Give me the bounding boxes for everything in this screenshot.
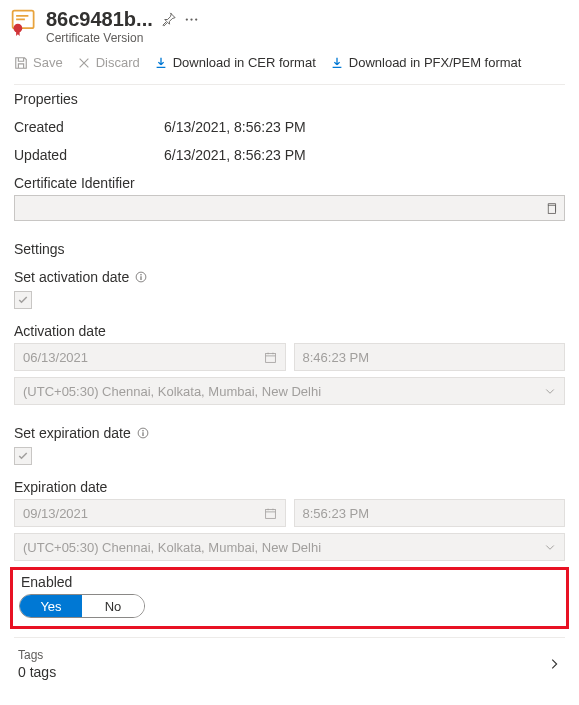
updated-value: 6/13/2021, 8:56:23 PM <box>164 147 306 163</box>
properties-heading: Properties <box>0 85 579 113</box>
copy-icon[interactable] <box>545 202 558 215</box>
settings-heading: Settings <box>0 235 579 263</box>
enabled-label: Enabled <box>19 574 560 594</box>
svg-point-16 <box>142 430 143 431</box>
expiration-toggle-label: Set expiration date <box>14 425 131 441</box>
more-icon[interactable] <box>184 12 199 27</box>
download-icon <box>330 56 344 70</box>
save-label: Save <box>33 55 63 70</box>
toolbar: Save Discard Download in CER format Down… <box>0 51 579 80</box>
enabled-no[interactable]: No <box>82 595 144 617</box>
discard-label: Discard <box>96 55 140 70</box>
chevron-down-icon <box>544 541 556 553</box>
calendar-icon <box>264 507 277 520</box>
tags-count: 0 tags <box>18 664 547 680</box>
expiration-tz-select: (UTC+05:30) Chennai, Kolkata, Mumbai, Ne… <box>14 533 565 561</box>
enabled-highlight: Enabled Yes No <box>10 567 569 629</box>
expiration-time-input: 8:56:23 PM <box>294 499 566 527</box>
activation-time-input: 8:46:23 PM <box>294 343 566 371</box>
chevron-down-icon <box>544 385 556 397</box>
expiration-tz-value: (UTC+05:30) Chennai, Kolkata, Mumbai, Ne… <box>23 540 321 555</box>
activation-date-label: Activation date <box>0 317 579 343</box>
svg-point-3 <box>14 24 23 33</box>
svg-rect-11 <box>265 353 275 362</box>
info-icon[interactable] <box>135 271 147 283</box>
download-cer-label: Download in CER format <box>173 55 316 70</box>
updated-label: Updated <box>14 147 164 163</box>
svg-rect-18 <box>265 509 275 518</box>
svg-point-4 <box>185 18 187 20</box>
enabled-toggle[interactable]: Yes No <box>19 594 145 618</box>
save-icon <box>14 56 28 70</box>
page-title: 86c9481b... <box>46 8 153 31</box>
activation-tz-select: (UTC+05:30) Chennai, Kolkata, Mumbai, Ne… <box>14 377 565 405</box>
cert-id-label: Certificate Identifier <box>0 169 579 195</box>
svg-point-6 <box>195 18 197 20</box>
download-pfx-button[interactable]: Download in PFX/PEM format <box>330 55 522 70</box>
certificate-icon <box>10 8 38 36</box>
activation-checkbox <box>14 291 32 309</box>
activation-date-value: 06/13/2021 <box>23 350 88 365</box>
pin-icon[interactable] <box>161 12 176 27</box>
expiration-date-label: Expiration date <box>0 473 579 499</box>
calendar-icon <box>264 351 277 364</box>
svg-rect-17 <box>142 432 143 436</box>
activation-time-value: 8:46:23 PM <box>303 350 370 365</box>
chevron-right-icon <box>547 657 561 671</box>
download-icon <box>154 56 168 70</box>
svg-point-5 <box>190 18 192 20</box>
expiration-date-input: 09/13/2021 <box>14 499 286 527</box>
svg-rect-7 <box>548 205 555 213</box>
expiration-date-value: 09/13/2021 <box>23 506 88 521</box>
info-icon[interactable] <box>137 427 149 439</box>
activation-tz-value: (UTC+05:30) Chennai, Kolkata, Mumbai, Ne… <box>23 384 321 399</box>
tags-label: Tags <box>18 648 547 662</box>
created-value: 6/13/2021, 8:56:23 PM <box>164 119 306 135</box>
expiration-time-value: 8:56:23 PM <box>303 506 370 521</box>
enabled-yes[interactable]: Yes <box>20 595 82 617</box>
created-label: Created <box>14 119 164 135</box>
svg-point-9 <box>141 274 142 275</box>
svg-rect-10 <box>141 276 142 280</box>
download-cer-button[interactable]: Download in CER format <box>154 55 316 70</box>
discard-button: Discard <box>77 55 140 70</box>
tags-row[interactable]: Tags 0 tags <box>14 637 565 686</box>
activation-toggle-label: Set activation date <box>14 269 129 285</box>
cert-id-input <box>14 195 565 221</box>
discard-icon <box>77 56 91 70</box>
expiration-checkbox <box>14 447 32 465</box>
download-pfx-label: Download in PFX/PEM format <box>349 55 522 70</box>
save-button: Save <box>14 55 63 70</box>
page-subtitle: Certificate Version <box>46 31 569 45</box>
activation-date-input: 06/13/2021 <box>14 343 286 371</box>
